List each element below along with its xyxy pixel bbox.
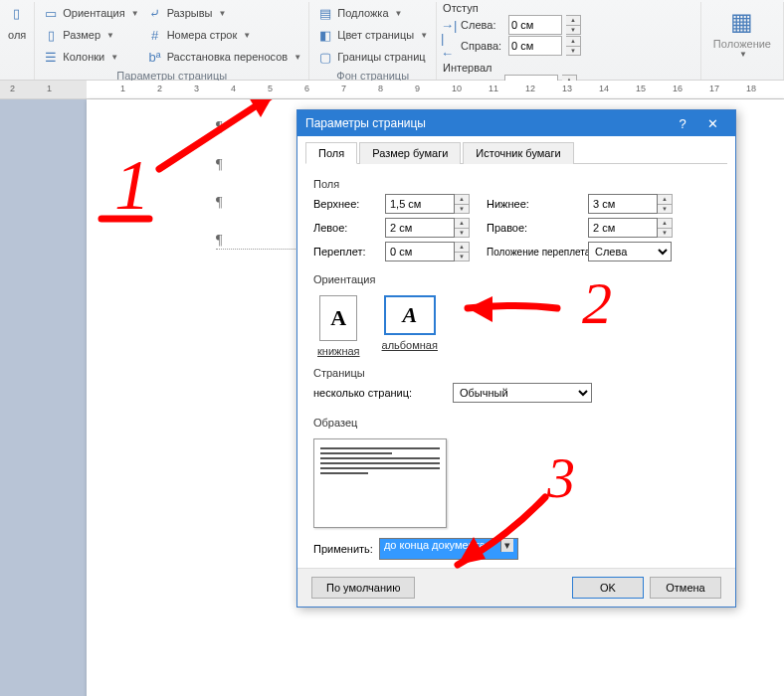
line-numbers-button[interactable]: #Номера строк▼ xyxy=(143,24,305,46)
size-button[interactable]: ▯Размер▼ xyxy=(39,24,142,46)
orientation-landscape[interactable]: A альбомная xyxy=(378,291,442,361)
indent-right-input[interactable] xyxy=(508,36,562,56)
margin-bottom-input[interactable] xyxy=(588,194,658,214)
chevron-down-icon: ▼ xyxy=(243,31,251,40)
watermark-button[interactable]: ▤Подложка▼ xyxy=(313,2,432,24)
hyphenation-icon: bª xyxy=(147,49,163,65)
indent-right-icon: |← xyxy=(441,38,457,54)
spinner[interactable]: ▲▼ xyxy=(658,194,673,214)
spacing-title: Интервал xyxy=(441,62,696,74)
chevron-down-icon: ▼ xyxy=(739,50,747,59)
gutter-label: Переплет: xyxy=(313,246,385,258)
spinner[interactable]: ▲▼ xyxy=(455,242,470,261)
margin-left-label: Левое: xyxy=(313,222,385,234)
tab-margins[interactable]: Поля xyxy=(305,142,357,164)
gutter-pos-select[interactable]: Слева xyxy=(588,242,672,261)
gutter-input[interactable] xyxy=(385,242,455,261)
columns-button[interactable]: ☰Колонки▼ xyxy=(39,46,142,68)
margins-icon: ▯ xyxy=(8,5,24,21)
chevron-down-icon: ▼ xyxy=(110,53,118,62)
multi-pages-select[interactable]: Обычный xyxy=(453,383,592,403)
tab-paper-source[interactable]: Источник бумаги xyxy=(463,142,573,164)
multi-pages-label: несколько страниц: xyxy=(313,387,443,399)
apply-label: Применить: xyxy=(313,543,373,555)
orientation-icon: ▭ xyxy=(43,5,59,21)
document-area: ¶ ¶ ¶ ¶ Параметры страницы ? ✕ Поля Разм… xyxy=(0,99,784,696)
spinner[interactable]: ▲▼ xyxy=(566,36,581,56)
margin-right-input[interactable] xyxy=(588,218,658,238)
page-color-button[interactable]: ◧Цвет страницы▼ xyxy=(313,24,432,46)
spinner[interactable]: ▲▼ xyxy=(455,194,470,214)
spinner[interactable]: ▲▼ xyxy=(566,15,581,35)
chevron-down-icon: ▼ xyxy=(395,9,403,18)
chevron-down-icon: ▼ xyxy=(218,9,226,18)
line-numbers-icon: # xyxy=(147,27,163,43)
margin-right-label: Правое: xyxy=(487,222,588,234)
margins-button[interactable]: ▯ xyxy=(4,2,30,24)
spinner[interactable]: ▲▼ xyxy=(455,218,470,238)
margin-bottom-label: Нижнее: xyxy=(487,198,588,210)
close-button[interactable]: ✕ xyxy=(697,116,727,131)
preview-section-label: Образец xyxy=(313,417,719,429)
apply-to-select[interactable]: до конца документа▾ xyxy=(379,538,518,560)
ruler[interactable]: 21123456789101112131415161718 xyxy=(0,81,784,99)
portrait-icon: A xyxy=(319,295,357,341)
cancel-button[interactable]: Отмена xyxy=(650,577,721,599)
chevron-down-icon: ▼ xyxy=(106,31,114,40)
breaks-icon: ⤶ xyxy=(147,5,163,21)
chevron-down-icon: ▼ xyxy=(294,53,301,62)
orientation-button[interactable]: ▭Ориентация▼ xyxy=(39,2,142,24)
gutter-pos-label: Положение переплета: xyxy=(487,247,588,258)
dialog-tabs: Поля Размер бумаги Источник бумаги xyxy=(305,142,727,164)
watermark-icon: ▤ xyxy=(317,5,333,21)
spinner[interactable]: ▲▼ xyxy=(658,218,673,238)
pages-section-label: Страницы xyxy=(313,367,719,379)
margin-top-label: Верхнее: xyxy=(313,198,385,210)
ok-button[interactable]: OK xyxy=(572,577,644,599)
breaks-button[interactable]: ⤶Разрывы▼ xyxy=(143,2,305,24)
columns-icon: ☰ xyxy=(43,49,59,65)
indent-right-label: Справа: xyxy=(461,40,504,52)
chevron-down-icon: ▼ xyxy=(420,31,428,40)
page-setup-dialog: Параметры страницы ? ✕ Поля Размер бумаг… xyxy=(296,109,736,608)
margin-top-input[interactable] xyxy=(385,194,455,214)
margins-small: оля xyxy=(4,24,30,46)
margins-section-label: Поля xyxy=(313,178,719,190)
page-borders-icon: ▢ xyxy=(317,49,333,65)
hyphenation-button[interactable]: bªРасстановка переносов▼ xyxy=(143,46,305,68)
indent-left-input[interactable] xyxy=(508,15,562,35)
indent-title: Отступ xyxy=(441,2,696,14)
landscape-icon: A xyxy=(384,295,436,335)
chevron-down-icon: ▼ xyxy=(131,9,139,18)
page-borders-button[interactable]: ▢Границы страниц xyxy=(313,46,432,68)
dialog-title: Параметры страницы xyxy=(305,116,668,130)
page-color-icon: ◧ xyxy=(317,27,333,43)
position-icon: ▦ xyxy=(726,6,758,38)
size-icon: ▯ xyxy=(43,27,59,43)
margin-left-input[interactable] xyxy=(385,218,455,238)
orientation-section-label: Ориентация xyxy=(313,273,719,285)
ribbon: ▯ оля ▭Ориентация▼ ▯Размер▼ ☰Колонки▼ ⤶Р… xyxy=(0,0,784,81)
orientation-portrait[interactable]: A книжная xyxy=(313,291,364,361)
indent-left-label: Слева: xyxy=(461,19,504,31)
preview-thumbnail xyxy=(313,438,447,528)
dialog-titlebar[interactable]: Параметры страницы ? ✕ xyxy=(297,110,735,136)
position-button[interactable]: ▦ Положение ▼ xyxy=(705,2,779,63)
default-button[interactable]: По умолчанию xyxy=(311,577,415,599)
tab-paper-size[interactable]: Размер бумаги xyxy=(359,142,461,164)
help-button[interactable]: ? xyxy=(668,116,697,131)
